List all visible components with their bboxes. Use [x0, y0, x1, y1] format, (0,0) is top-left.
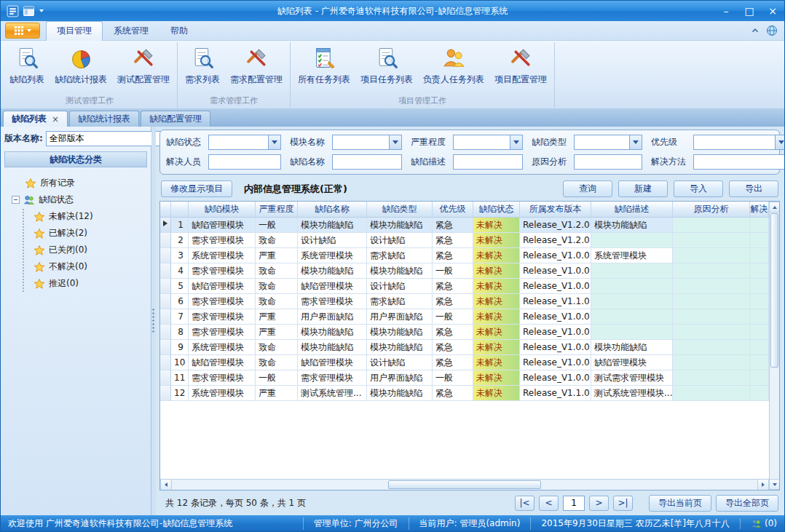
- cell-module[interactable]: 系统管理模块: [189, 340, 256, 355]
- cell-status[interactable]: 未解决: [473, 325, 520, 340]
- horizontal-scroll-thumb[interactable]: [388, 480, 540, 489]
- doc-tab-defect-report[interactable]: 缺陷统计报表: [69, 111, 139, 127]
- cell-type[interactable]: 用户界面缺陷: [367, 309, 433, 325]
- cell-severity[interactable]: 一般: [256, 370, 298, 386]
- import-button[interactable]: 导入: [674, 180, 723, 197]
- ribbon-button-defect-list[interactable]: 缺陷列表: [4, 43, 50, 95]
- grid-header-status[interactable]: 缺陷状态: [473, 202, 520, 217]
- grid-row-10[interactable]: 10缺陷管理模块致命缺陷管理模块设计缺陷紧急未解决Release_V1.0.0缺…: [160, 355, 769, 370]
- window-layout-icon[interactable]: [23, 5, 35, 17]
- cell-module[interactable]: 系统管理模块: [189, 386, 256, 401]
- cell-desc[interactable]: [591, 325, 673, 340]
- dropdown-button[interactable]: [629, 135, 642, 149]
- help-globe-icon[interactable]: [765, 23, 779, 38]
- cell-release[interactable]: Release_V1.1.0: [520, 386, 591, 401]
- cell-desc[interactable]: 模块功能缺陷: [591, 340, 673, 355]
- cell-solution[interactable]: [750, 248, 769, 263]
- dropdown-button[interactable]: [510, 135, 522, 149]
- cell-solution[interactable]: [750, 294, 769, 309]
- cell-severity[interactable]: 严重: [256, 386, 298, 401]
- dropdown-button[interactable]: [389, 135, 401, 149]
- vertical-scroll-track[interactable]: [770, 213, 779, 479]
- cell-status[interactable]: 未解决: [473, 386, 520, 401]
- cell-solution[interactable]: [750, 386, 769, 401]
- cell-name[interactable]: 模块功能缺陷: [298, 340, 367, 355]
- cell-analysis[interactable]: [673, 279, 750, 294]
- ribbon-button-all-tasks[interactable]: 所有任务列表: [293, 43, 355, 95]
- cell-release[interactable]: Release_V1.0.0: [520, 279, 591, 294]
- cell-solution[interactable]: [750, 309, 769, 325]
- cell-priority[interactable]: 紧急: [433, 386, 473, 401]
- export-all-pages-button[interactable]: 导出全部页: [716, 495, 778, 512]
- cell-name[interactable]: 缺陷管理模块: [298, 355, 367, 370]
- collapse-expander-icon[interactable]: [12, 196, 20, 204]
- cell-release[interactable]: Release_V1.0.0: [520, 263, 591, 279]
- sidebar-item-unresolved[interactable]: 未解决(12): [4, 208, 147, 225]
- cell-solution[interactable]: [750, 233, 769, 248]
- prev-page-button[interactable]: <: [539, 496, 559, 511]
- cell-solution[interactable]: [750, 355, 769, 370]
- sidebar-item-postponed[interactable]: 推迟(0): [4, 275, 147, 292]
- ribbon-button-defect-report[interactable]: 缺陷统计报表: [50, 43, 112, 95]
- cell-desc[interactable]: 系统管理模块: [591, 248, 673, 263]
- app-menu-button[interactable]: [5, 23, 40, 39]
- cell-analysis[interactable]: [673, 340, 750, 355]
- grid-header-analysis[interactable]: 原因分析: [673, 202, 750, 217]
- grid-row-9[interactable]: 9系统管理模块致命模块功能缺陷模块功能缺陷紧急未解决Release_V1.0.0…: [160, 340, 769, 355]
- sidebar-splitter[interactable]: [151, 127, 156, 515]
- doc-tab-defect-config[interactable]: 缺陷配置管理: [141, 111, 210, 127]
- query-button[interactable]: 查询: [563, 180, 612, 197]
- cell-severity[interactable]: 致命: [256, 340, 298, 355]
- filter-defect-name-input[interactable]: [332, 154, 402, 170]
- cell-severity[interactable]: 严重: [256, 248, 298, 263]
- cell-name[interactable]: 模块功能缺陷: [298, 325, 367, 340]
- cell-module[interactable]: 需求管理模块: [189, 233, 256, 248]
- cell-name[interactable]: 模块功能缺陷: [298, 218, 367, 233]
- cell-release[interactable]: Release_V1.0.0: [520, 309, 591, 325]
- ribbon-tab-system-management[interactable]: 系统管理: [103, 21, 159, 41]
- cell-type[interactable]: 模块功能缺陷: [367, 218, 433, 233]
- cell-desc[interactable]: 测试系统管理模块...: [591, 386, 673, 401]
- sidebar-item-closed[interactable]: 已关闭(0): [4, 242, 147, 258]
- cell-module[interactable]: 需求管理模块: [189, 263, 256, 279]
- vertical-scrollbar[interactable]: [769, 202, 779, 490]
- cell-priority[interactable]: 紧急: [433, 355, 473, 370]
- cell-status[interactable]: 未解决: [473, 279, 520, 294]
- scroll-left-button[interactable]: [160, 480, 172, 490]
- maximize-button[interactable]: □: [738, 2, 761, 20]
- grid-header-module[interactable]: 缺陷模块: [189, 202, 256, 217]
- cell-status[interactable]: 未解决: [473, 355, 520, 370]
- version-input[interactable]: [47, 132, 162, 146]
- ribbon-tab-project-management[interactable]: 项目管理: [46, 21, 103, 41]
- ribbon-button-test-config[interactable]: 测试配置管理: [112, 43, 175, 95]
- cell-module[interactable]: 需求管理模块: [189, 370, 256, 386]
- cell-module[interactable]: 需求管理模块: [189, 309, 256, 325]
- cell-severity[interactable]: 严重: [256, 309, 298, 325]
- grid-row-7[interactable]: 7需求管理模块严重用户界面缺陷用户界面缺陷一般未解决Release_V1.0.0: [160, 309, 769, 325]
- app-icon[interactable]: [7, 5, 19, 17]
- sidebar-item-wontfix[interactable]: 不解决(0): [4, 258, 147, 275]
- cell-type[interactable]: 设计缺陷: [367, 355, 433, 370]
- grid-row-1[interactable]: 1缺陷管理模块一般模块功能缺陷模块功能缺陷紧急未解决Release_V1.2.0…: [160, 218, 769, 233]
- minimize-button[interactable]: –: [714, 2, 738, 20]
- ribbon-button-requirement-config[interactable]: 需求配置管理: [225, 43, 288, 95]
- cell-priority[interactable]: 一般: [433, 263, 473, 279]
- cell-desc[interactable]: [591, 233, 673, 248]
- grid-header-name[interactable]: 缺陷名称: [298, 202, 367, 217]
- filter-defect-desc-input[interactable]: [453, 154, 523, 170]
- filter-defect-status-input[interactable]: [209, 135, 268, 149]
- cell-type[interactable]: 设计缺陷: [367, 279, 433, 294]
- cell-name[interactable]: 模块功能缺陷: [298, 263, 367, 279]
- cell-type[interactable]: 模块功能缺陷: [367, 325, 433, 340]
- cell-status[interactable]: 未解决: [473, 263, 520, 279]
- page-number-input[interactable]: [563, 496, 585, 511]
- cell-module[interactable]: 缺陷管理模块: [189, 355, 256, 370]
- cell-priority[interactable]: 紧急: [433, 294, 473, 309]
- cell-analysis[interactable]: [673, 248, 750, 263]
- cell-name[interactable]: 缺陷管理模块: [298, 279, 367, 294]
- grid-row-2[interactable]: 2需求管理模块致命设计缺陷设计缺陷紧急未解决Release_V1.2.0: [160, 233, 769, 248]
- grid-row-3[interactable]: 3系统管理模块严重系统管理模块需求缺陷紧急未解决Release_V1.0.0系统…: [160, 248, 769, 263]
- cell-release[interactable]: Release_V1.2.0: [520, 218, 591, 233]
- cell-desc[interactable]: [591, 309, 673, 325]
- first-page-button[interactable]: |<: [515, 496, 534, 511]
